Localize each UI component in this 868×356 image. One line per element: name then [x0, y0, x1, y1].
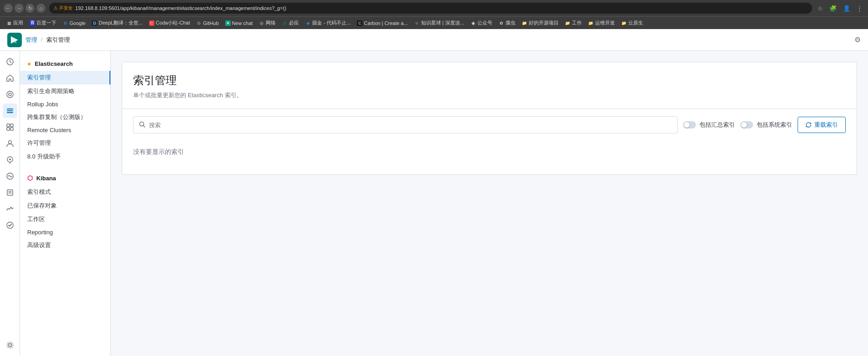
reload-browser-button[interactable]: ↻	[25, 4, 35, 13]
sidebar-icon-maps[interactable]	[3, 153, 17, 167]
bookmark-zsxq[interactable]: ⊕ 知识星球 | 深度连...	[412, 19, 467, 27]
home-browser-button[interactable]: ⌂	[36, 4, 45, 13]
deepl-icon: D	[92, 20, 97, 26]
security-warning: ⚠ 不安全	[54, 5, 73, 11]
address-bar[interactable]: ⚠ 不安全 192.168.8.109:5601/app/kibana#/man…	[49, 3, 812, 14]
bookmark-juejin[interactable]: ◆ 掘金 - 代码不止...	[303, 19, 353, 27]
system-toggle-thumb	[741, 122, 747, 128]
bookmark-work[interactable]: 📁 工作	[562, 19, 585, 27]
bookmark-carbon[interactable]: C Carbon | Create a...	[354, 20, 410, 27]
browser-chrome: ← → ↻ ⌂ ⚠ 不安全 192.168.8.109:5601/app/kib…	[0, 0, 868, 16]
browser-actions: ☆ 🧩 👤 ⋮	[816, 4, 864, 13]
baidu-icon: 百	[30, 20, 35, 26]
breadcrumb-separator: /	[41, 36, 43, 43]
reload-icon	[805, 122, 812, 128]
bookmark-baidu[interactable]: 百 百度一下	[27, 19, 59, 27]
bookmark-ops[interactable]: 📁 运维开发	[585, 19, 618, 27]
bookmark-chong[interactable]: ✿ 腐虫	[496, 19, 518, 27]
bookmark-open-source[interactable]: 📁 好的开源项目	[519, 19, 561, 27]
search-box[interactable]	[133, 116, 678, 134]
url-text: 192.168.8.109:5601/app/kibana#/managemen…	[75, 5, 808, 11]
bookmark-google[interactable]: G Google	[60, 20, 88, 27]
profile-btn[interactable]: 👤	[841, 4, 852, 13]
kibana-section-title: Kibana	[36, 175, 56, 182]
kibana-section: ⬡ Kibana 索引模式 已保存对象 工作区 Reporting 高级设置	[20, 173, 110, 252]
bookmark-bing[interactable]: ⊞ 必应	[279, 19, 302, 27]
svg-rect-5	[7, 112, 13, 113]
page-subtitle: 单个或批量更新您的 Elasticsearch 索引。	[133, 91, 846, 99]
rollup-toggle-thumb	[684, 122, 689, 128]
bookmark-deepl[interactable]: D DeepL翻译：全世...	[89, 19, 145, 27]
kibana-logo[interactable]	[7, 33, 22, 47]
settings-icon[interactable]: ⚙	[854, 35, 861, 44]
juejin-icon: ◆	[305, 20, 311, 26]
sidebar-icons	[0, 51, 20, 356]
more-btn[interactable]: ⋮	[855, 4, 864, 13]
breadcrumb-parent[interactable]: 管理	[25, 36, 37, 44]
main-area: ● Elasticsearch 索引管理 索引生命周期策略 Rollup Job…	[0, 51, 868, 356]
rollup-toggle-group: 包括汇总索引	[683, 121, 735, 129]
elasticsearch-section-header: ● Elasticsearch	[20, 58, 110, 71]
extensions-btn[interactable]: 🧩	[828, 4, 838, 13]
nav-item-cross-cluster[interactable]: 跨集群复制（公测版）	[20, 110, 110, 124]
svg-point-1	[7, 91, 13, 98]
system-toggle-label: 包括系统索引	[757, 121, 792, 129]
bookmark-gongzhonghao[interactable]: ◉ 公众号	[468, 19, 495, 27]
svg-point-12	[9, 158, 11, 160]
zsxq-icon: ⊕	[414, 20, 420, 26]
nav-item-workspaces[interactable]: 工作区	[20, 213, 110, 226]
bookmarks-bar: ▦ 应用 百 百度一下 G Google D DeepL翻译：全世... C C…	[0, 16, 868, 29]
bookmark-star[interactable]: ☆	[816, 4, 825, 13]
svg-rect-14	[7, 190, 13, 195]
sidebar-icon-canvas[interactable]	[3, 120, 17, 134]
back-button[interactable]: ←	[4, 4, 13, 13]
svg-point-18	[9, 344, 11, 346]
bookmark-coda[interactable]: C Coda小站-Chat	[146, 19, 193, 27]
search-input[interactable]	[149, 122, 672, 129]
bing-icon: ⊞	[282, 20, 288, 26]
bookmark-github[interactable]: ⊙ GitHub	[193, 20, 221, 27]
folder3-icon: 📁	[588, 20, 594, 26]
nav-item-remote-clusters[interactable]: Remote Clusters	[20, 124, 110, 136]
kibana-logo-svg	[9, 35, 20, 45]
forward-button[interactable]: →	[15, 4, 24, 13]
sidebar-icon-management[interactable]	[3, 104, 17, 118]
bookmark-cloud-native[interactable]: 📁 云原生	[619, 19, 646, 27]
sidebar-icon-apm[interactable]	[3, 202, 17, 216]
bookmark-apps[interactable]: ▦ 应用	[4, 19, 26, 27]
sidebar-icon-uptime[interactable]	[3, 218, 17, 232]
rollup-toggle-switch[interactable]	[683, 121, 696, 129]
system-toggle-switch[interactable]	[740, 121, 753, 129]
sidebar-icon-discover[interactable]	[3, 87, 17, 102]
kibana-topbar: 管理 / 索引管理 ⚙	[0, 29, 868, 51]
bookmark-network[interactable]: ◎ 网络	[256, 19, 278, 27]
network-icon: ◎	[259, 20, 264, 26]
browser-nav-buttons: ← → ↻ ⌂	[4, 4, 45, 13]
folder1-icon: 📁	[522, 20, 527, 26]
elasticsearch-section: ● Elasticsearch 索引管理 索引生命周期策略 Rollup Job…	[20, 58, 110, 163]
empty-message: 没有要显示的索引	[133, 141, 846, 163]
sidebar-icon-logs[interactable]	[3, 185, 17, 200]
sidebar-icon-ml[interactable]	[3, 169, 17, 183]
nav-item-upgrade[interactable]: 8.0 升级助手	[20, 150, 110, 163]
sidebar-icon-settings[interactable]	[3, 338, 17, 352]
nav-item-rollup[interactable]: Rollup Jobs	[20, 98, 110, 110]
nav-item-reporting[interactable]: Reporting	[20, 226, 110, 238]
toolbar: 包括汇总索引 包括系统索引 重载索引	[133, 116, 846, 134]
bookmark-newchat[interactable]: ✦ New chat	[223, 20, 256, 27]
svg-rect-4	[7, 110, 13, 111]
nav-item-lifecycle[interactable]: 索引生命周期策略	[20, 84, 110, 98]
nav-item-saved-objects[interactable]: 已保存对象	[20, 199, 110, 213]
elasticsearch-section-title: Elasticsearch	[35, 60, 73, 67]
reload-button[interactable]: 重载索引	[798, 117, 846, 133]
github-icon: ⊙	[196, 20, 202, 26]
nav-item-license[interactable]: 许可管理	[20, 136, 110, 150]
divider	[122, 109, 857, 109]
svg-rect-8	[7, 128, 10, 130]
sidebar-icon-recent[interactable]	[3, 54, 17, 69]
nav-item-advanced[interactable]: 高级设置	[20, 238, 110, 252]
nav-item-index-management[interactable]: 索引管理	[20, 71, 110, 84]
nav-item-index-patterns[interactable]: 索引模式	[20, 185, 110, 199]
sidebar-icon-user[interactable]	[3, 136, 17, 151]
sidebar-icon-home[interactable]	[3, 71, 17, 85]
